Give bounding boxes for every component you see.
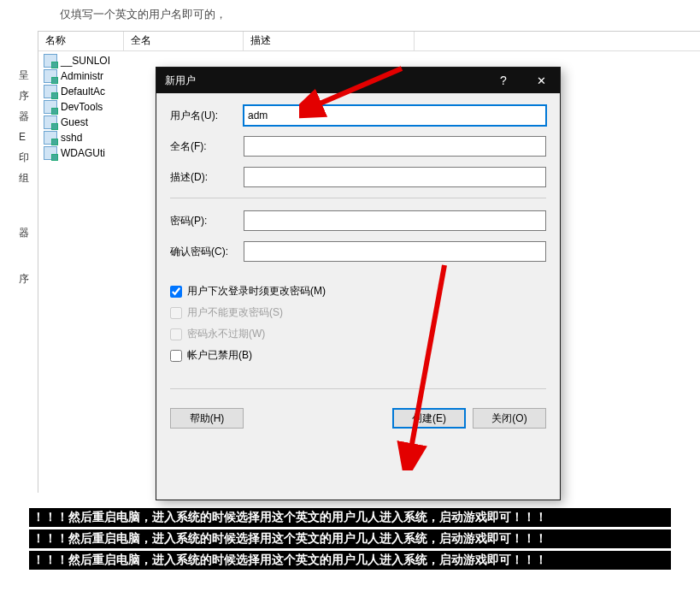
page-instruction: 仅填写一个英文的用户名即可的，: [0, 0, 700, 31]
user-icon: [44, 146, 57, 160]
col-name[interactable]: 名称: [38, 32, 124, 50]
user-icon: [44, 69, 57, 83]
new-user-dialog: 新用户 ? ✕ 用户名(U): 全名(F): 描述(D): 密码(P): 确认密…: [156, 67, 561, 500]
user-name: sshd: [61, 132, 82, 144]
left-nav-fragment: 呈序 器 E 印组 器 序: [0, 31, 38, 493]
dialog-title: 新用户: [156, 74, 485, 88]
cannot-change-password-checkbox: [170, 307, 182, 319]
user-name: DevTools: [61, 101, 103, 113]
col-fullname[interactable]: 全名: [124, 32, 244, 50]
dialog-titlebar[interactable]: 新用户 ? ✕: [156, 68, 560, 93]
username-label: 用户名(U):: [170, 109, 244, 123]
user-name: __SUNLOI: [61, 55, 110, 67]
confirm-label: 确认密码(C):: [170, 245, 244, 259]
list-header: 名称 全名 描述: [38, 32, 700, 51]
fullname-field[interactable]: [244, 136, 546, 157]
warning-line: ！！！然后重启电脑，进入系统的时候选择用这个英文的用户几人进入系统，启动游戏即可…: [29, 508, 671, 527]
user-name: WDAGUti: [61, 147, 105, 159]
user-icon: [44, 131, 57, 145]
user-name: Administr: [61, 70, 103, 82]
must-change-label: 用户下次登录时须更改密码(M): [187, 284, 326, 299]
warning-block: ！！！然后重启电脑，进入系统的时候选择用这个英文的用户几人进入系统，启动游戏即可…: [29, 508, 671, 570]
username-field[interactable]: [244, 105, 546, 126]
user-icon: [44, 100, 57, 114]
user-icon: [44, 115, 57, 129]
close-icon[interactable]: ✕: [522, 68, 560, 93]
confirm-password-field[interactable]: [244, 241, 546, 262]
nav-frag: 器: [19, 106, 38, 127]
nav-frag: 印组: [19, 147, 38, 188]
separator: [170, 388, 546, 389]
col-desc[interactable]: 描述: [244, 32, 415, 50]
password-field[interactable]: [244, 210, 546, 231]
nav-frag: 器: [19, 222, 38, 243]
nav-frag: 呈序: [19, 65, 38, 106]
must-change-password-checkbox[interactable]: [170, 286, 182, 298]
account-disabled-checkbox[interactable]: [170, 350, 182, 362]
account-disabled-label: 帐户已禁用(B): [187, 348, 252, 363]
password-label: 密码(P):: [170, 214, 244, 228]
help-button[interactable]: 帮助(H): [170, 408, 244, 429]
fullname-label: 全名(F):: [170, 139, 244, 154]
help-icon[interactable]: ?: [485, 68, 522, 93]
user-name: DefaultAc: [61, 86, 105, 98]
desc-field[interactable]: [244, 167, 546, 187]
warning-line: ！！！然后重启电脑，进入系统的时候选择用这个英文的用户几人进入系统，启动游戏即可…: [29, 551, 671, 570]
instruction-text: 仅填写一个英文的用户名即可的，: [60, 8, 226, 21]
user-icon: [44, 85, 57, 98]
never-expire-checkbox: [170, 328, 182, 340]
desc-label: 描述(D):: [170, 170, 244, 185]
user-name: Guest: [61, 116, 88, 128]
never-expire-label: 密码永不过期(W): [187, 327, 265, 341]
create-button[interactable]: 创建(E): [392, 408, 466, 429]
warning-line: ！！！然后重启电脑，进入系统的时候选择用这个英文的用户几人进入系统，启动游戏即可…: [29, 529, 671, 548]
user-icon: [44, 54, 57, 68]
close-button[interactable]: 关闭(O): [473, 408, 546, 429]
cannot-change-label: 用户不能更改密码(S): [187, 305, 283, 320]
separator: [170, 198, 546, 198]
nav-frag: 序: [19, 269, 38, 289]
nav-frag: E: [19, 127, 38, 147]
